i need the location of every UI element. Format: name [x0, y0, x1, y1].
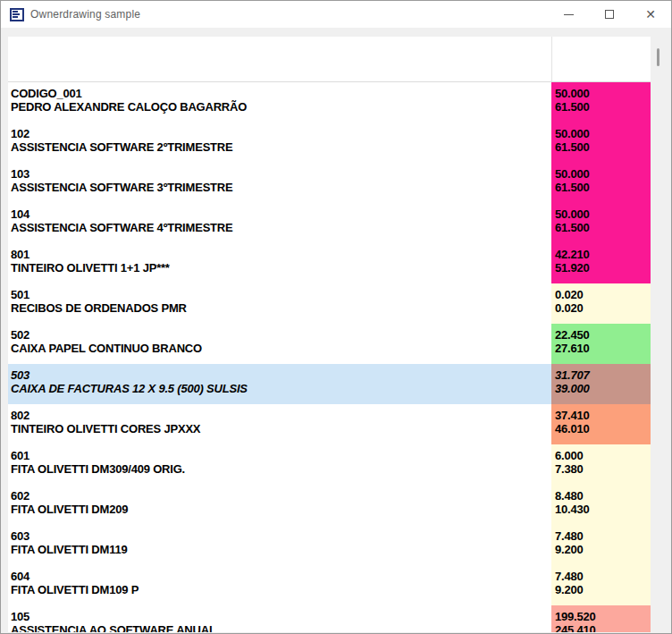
list-item[interactable]: 102 ASSISTENCIA SOFTWARE 2ºTRIMESTRE 50.…: [8, 123, 651, 163]
item-price-cell: 7.480 9.200: [551, 525, 651, 565]
item-price-cell: 37.410 46.010: [551, 404, 651, 444]
minimize-button[interactable]: [548, 1, 589, 28]
item-price-1: 42.210: [555, 248, 651, 261]
item-description: FITA OLIVETTI DM119: [11, 543, 551, 556]
list-item[interactable]: 802 TINTEIRO OLIVETTI CORES JPXXX 37.410…: [8, 404, 651, 444]
item-text-cell: 801 TINTEIRO OLIVETTI 1+1 JP***: [8, 243, 551, 283]
item-code: CODIGO_001: [11, 87, 551, 100]
list-header: [8, 37, 651, 82]
item-price-1: 7.480: [555, 570, 651, 583]
item-price-2: 10.430: [555, 503, 651, 516]
item-price-2: 61.500: [555, 100, 651, 114]
item-code: 802: [11, 409, 551, 422]
item-price-2: 39.000: [555, 382, 651, 395]
item-description: RECIBOS DE ORDENADOS PMR: [11, 301, 551, 315]
item-price-cell: 50.000 61.500: [551, 123, 651, 163]
title-bar: Ownerdrawing sample ✕: [1, 1, 671, 28]
list-item[interactable]: 501 RECIBOS DE ORDENADOS PMR 0.020 0.020: [8, 283, 651, 324]
item-price-2: 27.610: [555, 342, 651, 355]
list-item[interactable]: 604 FITA OLIVETTI DM109 P 7.480 9.200: [8, 565, 651, 605]
item-code: 102: [11, 127, 551, 140]
item-code: 103: [11, 167, 551, 181]
item-price-1: 50.000: [555, 207, 651, 221]
app-window: Ownerdrawing sample ✕ CODIGO_001 PEDRO A…: [0, 0, 672, 634]
item-code: 801: [11, 248, 551, 261]
list-item[interactable]: 602 FITA OLIVETTI DM209 8.480 10.430: [8, 485, 651, 525]
item-description: FITA OLIVETTI DM309/409 ORIG.: [11, 462, 551, 476]
item-description: ASSISTENCIA SOFTWARE 4ºTRIMESTRE: [11, 221, 551, 234]
item-price-2: 51.920: [555, 261, 651, 275]
item-price-1: 6.000: [555, 449, 651, 462]
list-item[interactable]: 103 ASSISTENCIA SOFTWARE 3ºTRIMESTRE 50.…: [8, 163, 651, 203]
item-price-2: 46.010: [555, 422, 651, 435]
item-description: TINTEIRO OLIVETTI CORES JPXXX: [11, 422, 551, 435]
item-description: ASSISTENCIA SOFTWARE 3ºTRIMESTRE: [11, 181, 551, 194]
item-text-cell: 501 RECIBOS DE ORDENADOS PMR: [8, 283, 551, 324]
list-item[interactable]: 801 TINTEIRO OLIVETTI 1+1 JP*** 42.210 5…: [8, 243, 651, 283]
item-code: 503: [11, 368, 551, 382]
list-item[interactable]: 503 CAIXA DE FACTURAS 12 X 9.5 (500) SUL…: [8, 364, 651, 404]
item-code: 603: [11, 529, 551, 543]
header-column-divider: [551, 37, 552, 81]
item-description: ASSISTENCIA AO SOFTWARE ANUAL: [11, 623, 551, 632]
item-text-cell: 104 ASSISTENCIA SOFTWARE 4ºTRIMESTRE: [8, 203, 551, 243]
item-price-1: 50.000: [555, 167, 651, 181]
item-price-cell: 22.450 27.610: [551, 324, 651, 364]
item-price-2: 9.200: [555, 543, 651, 556]
item-price-1: 50.000: [555, 87, 651, 100]
list-item[interactable]: 603 FITA OLIVETTI DM119 7.480 9.200: [8, 525, 651, 565]
item-price-2: 61.500: [555, 221, 651, 234]
item-price-2: 61.500: [555, 181, 651, 194]
item-price-1: 50.000: [555, 127, 651, 140]
item-price-1: 0.020: [555, 288, 651, 301]
list-item[interactable]: 502 CAIXA PAPEL CONTINUO BRANCO 22.450 2…: [8, 324, 651, 364]
item-price-cell: 50.000 61.500: [551, 82, 651, 123]
list-item[interactable]: 104 ASSISTENCIA SOFTWARE 4ºTRIMESTRE 50.…: [8, 203, 651, 243]
item-price-cell: 199.520 245.410: [551, 605, 651, 632]
item-price-cell: 50.000 61.500: [551, 203, 651, 243]
item-text-cell: 603 FITA OLIVETTI DM119: [8, 525, 551, 565]
item-price-cell: 50.000 61.500: [551, 163, 651, 203]
item-text-cell: 602 FITA OLIVETTI DM209: [8, 485, 551, 525]
item-text-cell: 604 FITA OLIVETTI DM109 P: [8, 565, 551, 605]
list-item[interactable]: CODIGO_001 PEDRO ALEXANDRE CALOÇO BAGARR…: [8, 82, 651, 123]
item-price-cell: 0.020 0.020: [551, 283, 651, 324]
item-price-1: 8.480: [555, 489, 651, 503]
item-code: 601: [11, 449, 551, 462]
item-text-cell: 105 ASSISTENCIA AO SOFTWARE ANUAL: [8, 605, 551, 632]
list-rows: CODIGO_001 PEDRO ALEXANDRE CALOÇO BAGARR…: [8, 82, 651, 632]
item-text-cell: 601 FITA OLIVETTI DM309/409 ORIG.: [8, 444, 551, 485]
item-price-2: 7.380: [555, 462, 651, 476]
item-text-cell: 502 CAIXA PAPEL CONTINUO BRANCO: [8, 324, 551, 364]
item-price-cell: 6.000 7.380: [551, 444, 651, 485]
item-price-1: 22.450: [555, 328, 651, 342]
item-text-cell: 103 ASSISTENCIA SOFTWARE 3ºTRIMESTRE: [8, 163, 551, 203]
item-text-cell: CODIGO_001 PEDRO ALEXANDRE CALOÇO BAGARR…: [8, 82, 551, 123]
maximize-button[interactable]: [589, 1, 630, 28]
list-item[interactable]: 105 ASSISTENCIA AO SOFTWARE ANUAL 199.52…: [8, 605, 651, 632]
close-button[interactable]: ✕: [630, 1, 671, 28]
scrollbar-thumb[interactable]: [657, 48, 659, 66]
list-item[interactable]: 601 FITA OLIVETTI DM309/409 ORIG. 6.000 …: [8, 444, 651, 485]
item-price-1: 31.707: [555, 368, 651, 382]
item-description: CAIXA PAPEL CONTINUO BRANCO: [11, 342, 551, 355]
item-code: 502: [11, 328, 551, 342]
item-price-cell: 8.480 10.430: [551, 485, 651, 525]
item-description: PEDRO ALEXANDRE CALOÇO BAGARRÃO: [11, 100, 551, 114]
item-price-1: 199.520: [555, 610, 651, 623]
close-icon: ✕: [645, 8, 656, 21]
maximize-icon: [605, 10, 614, 19]
item-price-2: 61.500: [555, 140, 651, 154]
item-listbox[interactable]: CODIGO_001 PEDRO ALEXANDRE CALOÇO BAGARR…: [8, 37, 651, 632]
item-description: FITA OLIVETTI DM209: [11, 503, 551, 516]
item-text-cell: 802 TINTEIRO OLIVETTI CORES JPXXX: [8, 404, 551, 444]
item-description: TINTEIRO OLIVETTI 1+1 JP***: [11, 261, 551, 275]
item-price-cell: 42.210 51.920: [551, 243, 651, 283]
item-price-2: 0.020: [555, 301, 651, 315]
item-code: 105: [11, 610, 551, 623]
minimize-icon: [564, 14, 574, 15]
item-text-cell: 102 ASSISTENCIA SOFTWARE 2ºTRIMESTRE: [8, 123, 551, 163]
item-price-cell: 31.707 39.000: [551, 364, 651, 404]
item-description: ASSISTENCIA SOFTWARE 2ºTRIMESTRE: [11, 140, 551, 154]
item-price-2: 245.410: [555, 623, 651, 632]
